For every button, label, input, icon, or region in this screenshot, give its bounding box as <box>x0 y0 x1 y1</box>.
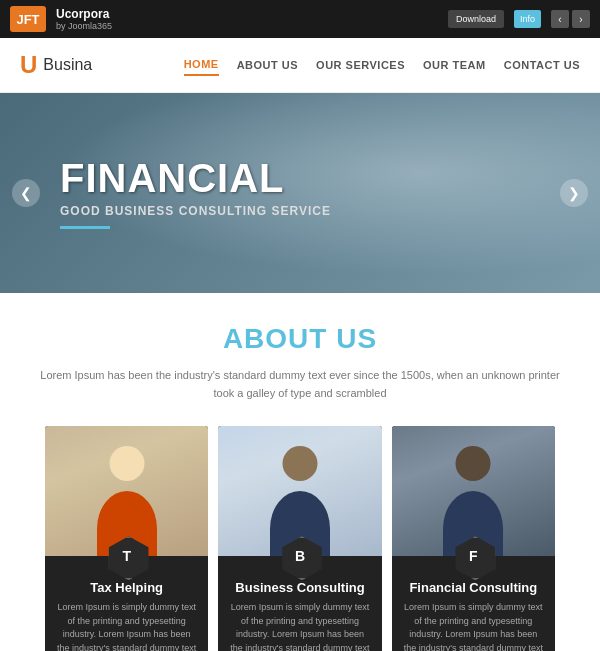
hero-slider: ❮ FINANCIAL GOOD BUSINESS CONSULTING SER… <box>0 93 600 293</box>
hexagon-letter-financial: F <box>469 548 478 564</box>
top-bar: JFT Ucorpora by Joomla365 Download Info … <box>0 0 600 38</box>
about-title: ABOUT US <box>20 323 580 355</box>
card-financial: F Financial Consulting Lorem Ipsum is si… <box>392 426 555 651</box>
hero-title: FINANCIAL <box>60 158 540 198</box>
card-business-title: Business Consulting <box>230 580 369 595</box>
person-head-2 <box>282 446 317 481</box>
card-financial-title: Financial Consulting <box>404 580 543 595</box>
next-arrow-button[interactable]: › <box>572 10 590 28</box>
brand-sub: by Joomla365 <box>56 21 438 31</box>
hexagon-financial: F <box>453 536 493 576</box>
hero-prev-button[interactable]: ❮ <box>12 179 40 207</box>
hero-content: FINANCIAL GOOD BUSINESS CONSULTING SERVI… <box>60 158 540 229</box>
card-financial-badge: F <box>453 536 493 576</box>
download-button[interactable]: Download <box>448 10 504 28</box>
card-business-body: B Business Consulting Lorem Ipsum is sim… <box>218 556 381 651</box>
nav-home[interactable]: HOME <box>184 54 219 76</box>
jft-logo: JFT <box>10 6 46 32</box>
prev-arrow-button[interactable]: ‹ <box>551 10 569 28</box>
info-button[interactable]: Info <box>514 10 541 28</box>
card-tax-text: Lorem Ipsum is simply dummy text of the … <box>57 601 196 651</box>
card-business-text: Lorem Ipsum is simply dummy text of the … <box>230 601 369 651</box>
logo-u-letter: U <box>20 51 37 79</box>
top-bar-arrows: ‹ › <box>551 10 590 28</box>
hexagon-letter-business: B <box>295 548 305 564</box>
card-tax: T Tax Helping Lorem Ipsum is simply dumm… <box>45 426 208 651</box>
person-head-3 <box>456 446 491 481</box>
top-bar-title: Ucorpora by Joomla365 <box>56 7 438 31</box>
site-logo: U Busina <box>20 51 184 79</box>
nav-team[interactable]: OUR TEAM <box>423 55 486 75</box>
card-tax-title: Tax Helping <box>57 580 196 595</box>
hero-subtitle: GOOD BUSINESS CONSULTING SERVICE <box>60 204 540 218</box>
hexagon-letter-tax: T <box>122 548 131 564</box>
hexagon-business: B <box>280 536 320 576</box>
about-description: Lorem Ipsum has been the industry's stan… <box>40 367 560 402</box>
nav-contact[interactable]: CONTACT US <box>504 55 580 75</box>
nav-about[interactable]: ABOUT US <box>237 55 298 75</box>
brand-name: Ucorpora <box>56 7 438 21</box>
card-financial-body: F Financial Consulting Lorem Ipsum is si… <box>392 556 555 651</box>
hero-next-button[interactable]: ❯ <box>560 179 588 207</box>
site-nav: HOME ABOUT US OUR SERVICES OUR TEAM CONT… <box>184 54 580 76</box>
nav-services[interactable]: OUR SERVICES <box>316 55 405 75</box>
cards-row: T Tax Helping Lorem Ipsum is simply dumm… <box>40 426 560 651</box>
hexagon-tax: T <box>107 536 147 576</box>
site-header: U Busina HOME ABOUT US OUR SERVICES OUR … <box>0 38 600 93</box>
site-name: Busina <box>43 56 92 74</box>
card-financial-text: Lorem Ipsum is simply dummy text of the … <box>404 601 543 651</box>
card-tax-body: T Tax Helping Lorem Ipsum is simply dumm… <box>45 556 208 651</box>
person-head-1 <box>109 446 144 481</box>
about-section: ABOUT US Lorem Ipsum has been the indust… <box>0 293 600 651</box>
card-business: B Business Consulting Lorem Ipsum is sim… <box>218 426 381 651</box>
hero-accent-line <box>60 226 110 229</box>
card-business-badge: B <box>280 536 320 576</box>
card-tax-badge: T <box>107 536 147 576</box>
